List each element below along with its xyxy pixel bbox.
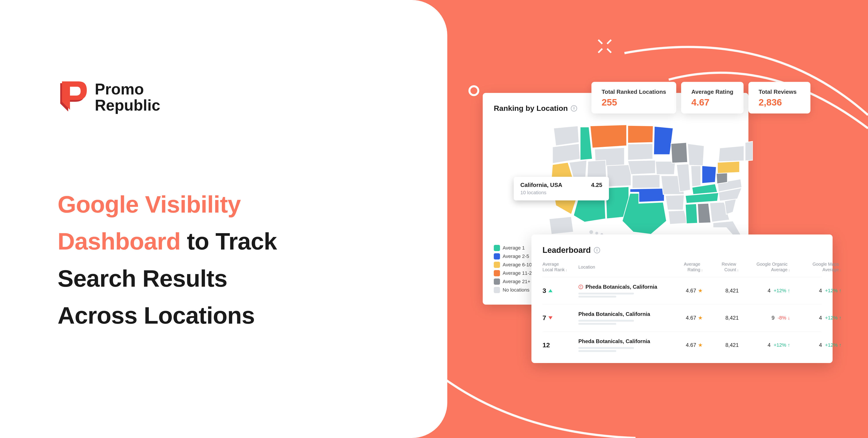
hero-card: Promo Republic Google Visibility Dashboa…	[0, 0, 447, 438]
headline-rest2: Search Results	[58, 265, 227, 292]
delta-change: -8% ↓	[778, 315, 790, 321]
brand-line2: Republic	[95, 97, 160, 114]
page-title: Google Visibility Dashboard to Track Sea…	[58, 186, 390, 334]
legend-swatch-icon	[494, 278, 500, 285]
kpi-total-ranked: Total Ranked Locations 255	[591, 82, 676, 113]
svg-line-2	[607, 40, 611, 44]
legend-swatch-icon	[494, 262, 500, 268]
delta-change: +12% ↑	[774, 342, 790, 348]
kpi-value: 2,836	[758, 97, 800, 108]
reviews-cell: 8,421	[706, 288, 739, 294]
delta-cell: 4+12% ↑	[793, 342, 841, 348]
legend-label: No locations	[503, 287, 529, 293]
legend-swatch-icon	[494, 270, 500, 276]
location-bars-icon	[578, 347, 662, 352]
brand-logo: Promo Republic	[58, 80, 390, 115]
reviews-cell: 8,421	[706, 342, 739, 348]
kpi-total-reviews: Total Reviews 2,836	[748, 82, 810, 113]
tooltip-title: California, USA	[520, 181, 562, 189]
legend-label: Average 2-5	[503, 254, 529, 259]
table-row[interactable]: 7 Pheda Botanicals, California4.67★8,421…	[542, 304, 822, 332]
svg-point-10	[581, 288, 581, 288]
kpi-strip: Total Ranked Locations 255 Average Ratin…	[591, 82, 810, 113]
delta-value: 4	[768, 288, 771, 294]
warn-icon	[578, 284, 583, 289]
kpi-average-rating: Average Rating 4.67	[681, 82, 744, 113]
delta-change: +12% ↑	[825, 288, 841, 294]
brand-name: Promo Republic	[95, 81, 160, 114]
rating-cell: 4.67★	[665, 288, 703, 294]
col-rank[interactable]: Average Local Rank↕	[542, 262, 576, 273]
svg-line-4	[607, 49, 611, 53]
leaderboard-table: Average Local Rank↕ Location Average Rat…	[542, 262, 822, 359]
kpi-label: Total Reviews	[758, 89, 800, 95]
svg-line-3	[598, 49, 602, 53]
kpi-label: Average Rating	[691, 89, 733, 95]
location-name: Pheda Botanicals, California	[578, 311, 662, 317]
legend-swatch-icon	[494, 287, 500, 293]
leaderboard-title: Leaderboard i	[542, 245, 600, 255]
card-header: Leaderboard i	[542, 245, 822, 255]
brand-mark-icon	[58, 80, 89, 115]
location-bars-icon	[578, 320, 662, 325]
table-row[interactable]: 3 Pheda Botanicals, California4.67★8,421…	[542, 277, 822, 304]
table-head: Average Local Rank↕ Location Average Rat…	[542, 262, 822, 277]
ranking-title: Ranking by Location	[494, 104, 568, 112]
delta-value: 4	[768, 342, 771, 348]
kpi-value: 4.67	[691, 97, 733, 108]
tooltip-value: 4.25	[591, 181, 602, 189]
col-label: Average Rating	[684, 262, 700, 273]
col-rating[interactable]: Average Rating↕	[665, 262, 703, 273]
brand-line1: Promo	[95, 81, 160, 98]
caret-down-icon	[549, 316, 553, 319]
delta-cell: 4+12% ↑	[741, 342, 790, 348]
headline-accent2: Dashboard	[58, 228, 181, 255]
info-icon[interactable]: i	[594, 247, 600, 253]
col-organic[interactable]: Google Organic Average↕	[741, 262, 790, 273]
sort-icon: ↕	[701, 268, 703, 272]
col-maps[interactable]: Google Maps Average↕	[793, 262, 841, 273]
headline-rest1: to Track	[181, 228, 277, 255]
sort-icon: ↕	[565, 268, 567, 272]
headline-rest3: Across Locations	[58, 302, 255, 329]
delta-change: +12% ↑	[825, 315, 841, 321]
delta-cell: 9-8% ↓	[741, 315, 790, 321]
legend-label: Average 21+	[503, 279, 530, 284]
delta-change: +12% ↑	[774, 288, 790, 294]
headline-accent1: Google Visibility	[58, 191, 241, 218]
col-label: Google Maps Average	[813, 262, 839, 273]
svg-line-1	[598, 40, 602, 44]
legend-swatch-icon	[494, 245, 500, 251]
kpi-label: Total Ranked Locations	[601, 89, 666, 95]
map-tooltip: California, USA 10 locations 4.25	[514, 177, 609, 200]
star-icon: ★	[698, 315, 703, 321]
rank-cell: 7	[542, 314, 576, 322]
location-name: Pheda Botanicals, California	[578, 338, 662, 344]
leaderboard-card: Leaderboard i Average Local Rank↕ Locati…	[531, 234, 833, 363]
col-location[interactable]: Location	[578, 264, 662, 270]
delta-value: 9	[771, 315, 774, 321]
svg-point-5	[589, 230, 593, 234]
reviews-cell: 8,421	[706, 315, 739, 321]
sort-icon: ↕	[840, 268, 842, 272]
info-icon[interactable]: i	[571, 105, 577, 111]
col-label: Google Organic Average	[756, 262, 787, 273]
kpi-value: 255	[601, 97, 666, 108]
tooltip-subtitle: 10 locations	[520, 190, 562, 196]
caret-up-icon	[549, 289, 553, 292]
location-cell: Pheda Botanicals, California	[578, 311, 662, 325]
svg-point-0	[469, 86, 478, 95]
star-icon: ★	[698, 288, 703, 294]
delta-value: 4	[819, 315, 822, 321]
rating-cell: 4.67★	[665, 315, 703, 321]
delta-cell: 4+12% ↑	[741, 288, 790, 294]
us-map: California, USA 10 locations 4.25	[494, 122, 737, 243]
legend-label: Average 11-20	[503, 270, 534, 276]
col-reviews[interactable]: Review Count↕	[706, 262, 739, 273]
table-row[interactable]: 12 Pheda Botanicals, California4.67★8,42…	[542, 332, 822, 359]
delta-cell: 4+12% ↑	[793, 288, 841, 294]
sort-icon: ↕	[737, 268, 739, 272]
location-name: Pheda Botanicals, California	[578, 284, 662, 290]
rank-cell: 12	[542, 341, 576, 349]
star-icon: ★	[698, 342, 703, 348]
